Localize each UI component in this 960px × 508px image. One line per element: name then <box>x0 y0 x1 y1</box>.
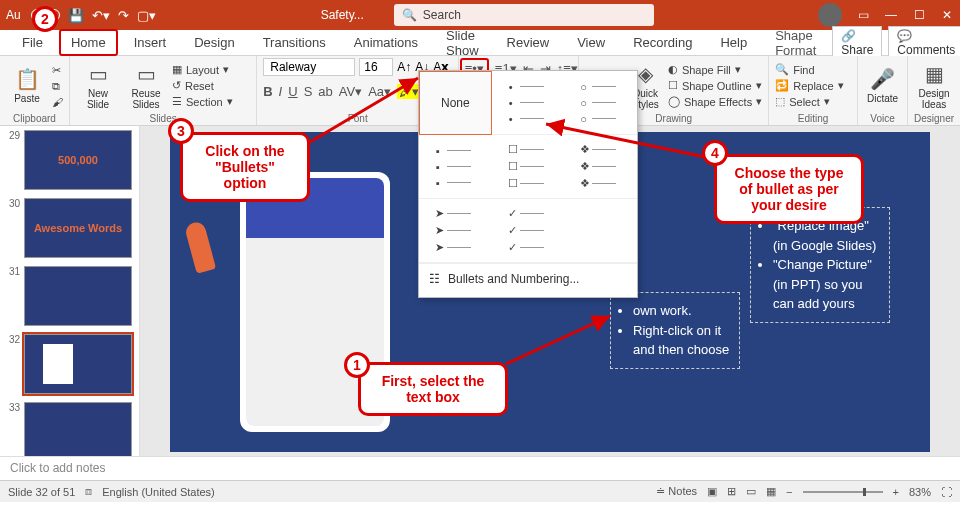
bullet-option-4diamond[interactable]: ❖❖❖ <box>564 135 637 199</box>
tab-transitions[interactable]: Transitions <box>251 29 338 56</box>
group-clipboard: Clipboard <box>6 113 63 125</box>
cut-icon[interactable]: ✂ <box>52 64 63 77</box>
close-icon[interactable]: ✕ <box>940 8 954 22</box>
grow-font-icon[interactable]: A↑ <box>397 60 411 74</box>
tab-review[interactable]: Review <box>495 29 562 56</box>
callout-badge-3: 3 <box>168 118 194 144</box>
group-slides: Slides <box>76 113 250 125</box>
bullet-option-disc[interactable]: ••• <box>492 71 565 135</box>
paste-button[interactable]: 📋Paste <box>6 59 48 113</box>
bullet-option-check[interactable]: ✓✓✓ <box>492 199 565 263</box>
shape-fill-button[interactable]: ◐ Shape Fill ▾ <box>668 63 762 76</box>
tab-home[interactable]: Home <box>59 29 118 56</box>
status-bar: Slide 32 of 51 ⧈ English (United States)… <box>0 480 960 502</box>
thumb-32[interactable] <box>24 334 132 394</box>
bullet-option-arrow[interactable]: ➤➤➤ <box>419 199 492 263</box>
accessibility-icon[interactable]: ⧈ <box>85 485 92 498</box>
bullet-option-square-solid[interactable]: ▪▪▪ <box>419 135 492 199</box>
save-icon[interactable]: 💾 <box>68 8 84 23</box>
tab-recording[interactable]: Recording <box>621 29 704 56</box>
zoom-in-icon[interactable]: + <box>893 486 899 498</box>
thumb-29[interactable]: 500,000 <box>24 130 132 190</box>
callout-1: First, select the text box <box>358 362 508 416</box>
language-indicator[interactable]: English (United States) <box>102 486 215 498</box>
normal-view-icon[interactable]: ▣ <box>707 485 717 498</box>
slide-counter: Slide 32 of 51 <box>8 486 75 498</box>
italic-button[interactable]: I <box>279 84 283 99</box>
bullet-item: own work. <box>633 301 731 321</box>
layout-button[interactable]: ▦ Layout ▾ <box>172 63 233 76</box>
ribbon-options-icon[interactable]: ▭ <box>856 8 870 22</box>
reuse-slides-button[interactable]: ▭Reuse Slides <box>124 59 168 113</box>
new-slide-button[interactable]: ▭New Slide <box>76 59 120 113</box>
underline-button[interactable]: U <box>288 84 297 99</box>
thumb-number: 29 <box>4 130 20 141</box>
reset-button[interactable]: ↺ Reset <box>172 79 233 92</box>
font-size-select[interactable]: 16 <box>359 58 393 76</box>
format-painter-icon[interactable]: 🖌 <box>52 96 63 108</box>
callout-4: Choose the type of bullet as per your de… <box>714 154 864 224</box>
slide-thumbnails[interactable]: 29500,000 30Awesome Words 31 32 33 34 <box>0 126 140 456</box>
dictate-button[interactable]: 🎤Dictate <box>864 59 901 113</box>
comments-button[interactable]: 💬 Comments <box>888 26 960 60</box>
autosave-label: Au <box>6 8 21 22</box>
section-button[interactable]: ☰ Section ▾ <box>172 95 233 108</box>
design-ideas-button[interactable]: ▦Design Ideas <box>914 59 954 113</box>
bullets-dropdown[interactable]: None ••• ○○○ ▪▪▪ ☐☐☐ ❖❖❖ ➤➤➤ ✓✓✓ ☷ Bulle… <box>418 70 638 298</box>
tab-file[interactable]: File <box>10 29 55 56</box>
menu-tabs: File Home Insert Design Transitions Anim… <box>0 30 960 56</box>
tab-animations[interactable]: Animations <box>342 29 430 56</box>
zoom-slider[interactable] <box>803 491 883 493</box>
shadow-button[interactable]: ab <box>318 84 332 99</box>
fit-window-icon[interactable]: ⛶ <box>941 486 952 498</box>
start-icon[interactable]: ▢▾ <box>137 8 156 23</box>
replace-button[interactable]: 🔁 Replace ▾ <box>775 79 843 92</box>
select-button[interactable]: ⬚ Select ▾ <box>775 95 843 108</box>
share-button[interactable]: 🔗 Share <box>832 26 882 60</box>
sorter-view-icon[interactable]: ⊞ <box>727 485 736 498</box>
shape-outline-button[interactable]: ☐ Shape Outline ▾ <box>668 79 762 92</box>
bold-button[interactable]: B <box>263 84 272 99</box>
minimize-icon[interactable]: — <box>884 8 898 22</box>
search-box[interactable]: 🔍 Search <box>394 4 654 26</box>
tab-insert[interactable]: Insert <box>122 29 179 56</box>
bullets-and-numbering-link[interactable]: ☷ Bullets and Numbering... <box>419 263 637 294</box>
redo-icon[interactable]: ↷ <box>118 8 129 23</box>
reading-view-icon[interactable]: ▭ <box>746 485 756 498</box>
callout-badge-1: 1 <box>344 352 370 378</box>
slideshow-view-icon[interactable]: ▦ <box>766 485 776 498</box>
pin-graphic <box>184 220 216 273</box>
bullet-option-circle[interactable]: ○○○ <box>564 71 637 135</box>
undo-icon[interactable]: ↶▾ <box>92 8 110 23</box>
find-button[interactable]: 🔍 Find <box>775 63 843 76</box>
thumb-31[interactable] <box>24 266 132 326</box>
notes-pane[interactable]: Click to add notes <box>0 456 960 480</box>
bullet-option-empty[interactable] <box>564 199 637 263</box>
tab-design[interactable]: Design <box>182 29 246 56</box>
callout-3: Click on the "Bullets" option <box>180 132 310 202</box>
text-box-2[interactable]: "Replace image" (in Google Slides) "Chan… <box>750 207 890 323</box>
group-voice: Voice <box>864 113 901 125</box>
bullet-option-square-hollow[interactable]: ☐☐☐ <box>492 135 565 199</box>
bullet-option-none[interactable]: None <box>419 71 492 135</box>
case-button[interactable]: Aa▾ <box>368 84 391 99</box>
search-icon: 🔍 <box>402 8 417 22</box>
maximize-icon[interactable]: ☐ <box>912 8 926 22</box>
search-placeholder: Search <box>423 8 461 22</box>
font-name-select[interactable]: Raleway <box>263 58 355 76</box>
thumb-30[interactable]: Awesome Words <box>24 198 132 258</box>
thumb-number: 32 <box>4 334 20 345</box>
copy-icon[interactable]: ⧉ <box>52 80 63 93</box>
zoom-percent[interactable]: 83% <box>909 486 931 498</box>
strike-button[interactable]: S <box>304 84 313 99</box>
tab-help[interactable]: Help <box>708 29 759 56</box>
shape-effects-button[interactable]: ◯ Shape Effects ▾ <box>668 95 762 108</box>
doc-title[interactable]: Safety... <box>321 8 364 22</box>
tab-view[interactable]: View <box>565 29 617 56</box>
text-box-1[interactable]: own work. Right-click on it and then cho… <box>610 292 740 369</box>
spacing-button[interactable]: AV▾ <box>339 84 362 99</box>
notes-toggle[interactable]: ≐ Notes <box>656 485 697 498</box>
zoom-out-icon[interactable]: − <box>786 486 792 498</box>
thumb-number: 31 <box>4 266 20 277</box>
thumb-33[interactable] <box>24 402 132 456</box>
